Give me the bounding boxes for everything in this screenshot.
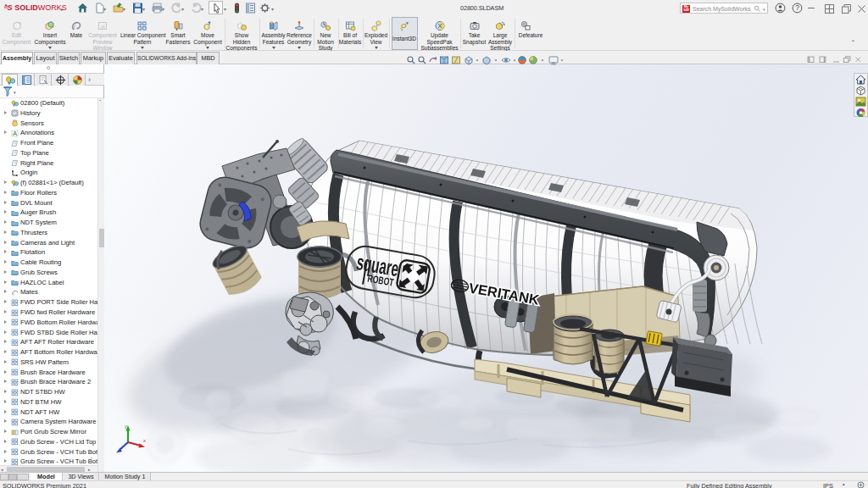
svg-text:y: y — [125, 424, 127, 429]
svg-text:VERITANK: VERITANK — [468, 280, 541, 307]
svg-text:ROBOT: ROBOT — [367, 273, 395, 289]
svg-text:A: A — [13, 130, 17, 136]
svg-text:x: x — [143, 438, 146, 443]
svg-text:square: square — [354, 249, 400, 281]
